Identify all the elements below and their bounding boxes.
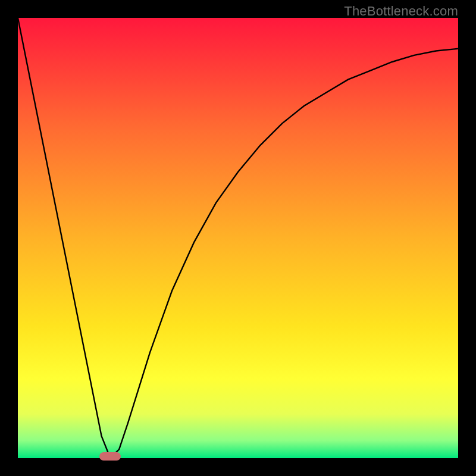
optimal-marker	[99, 452, 121, 461]
watermark-text: TheBottleneck.com	[344, 4, 458, 19]
bottleneck-curve	[18, 18, 458, 458]
chart-plot-area	[18, 18, 458, 458]
